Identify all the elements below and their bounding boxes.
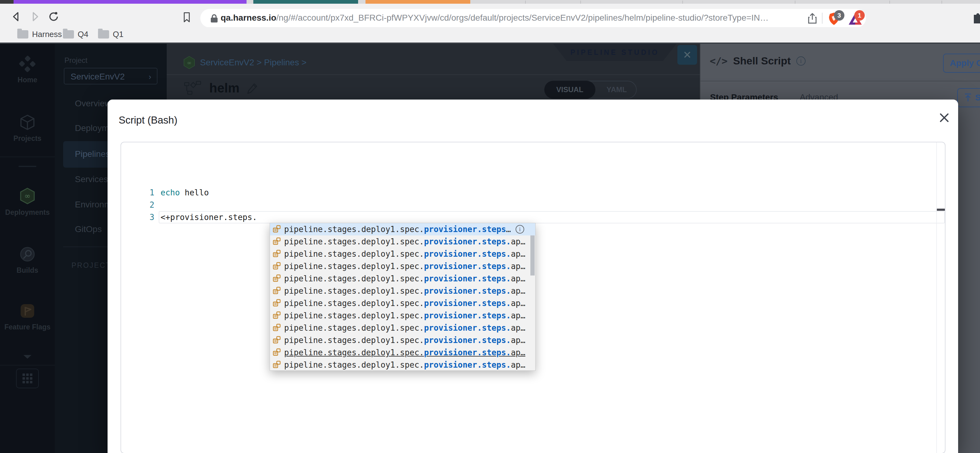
- nav-item-services[interactable]: Services: [75, 175, 108, 184]
- bookmark-label: Harness: [32, 30, 62, 39]
- breadcrumb-text: ServiceEnvV2 > Pipelines >: [200, 58, 307, 67]
- autocomplete-label: pipeline.stages.deploy1.spec.provisioner…: [284, 311, 525, 320]
- url-domain: qa.harness.io: [221, 13, 277, 22]
- step-title: Shell Script: [733, 55, 791, 67]
- autocomplete-item[interactable]: pipeline.stages.deploy1.spec.provisioner…: [270, 272, 535, 285]
- bookmark-label: Q4: [78, 30, 88, 39]
- breadcrumb[interactable]: ∞ ServiceEnvV2 > Pipelines >: [183, 56, 307, 69]
- screen: 3 1 qa.harness.io/ng/#/account/px7xd_BFR…: [0, 0, 980, 453]
- line-number: 3: [130, 211, 154, 223]
- cd-module-icon: ∞: [183, 56, 195, 69]
- tab-separator: [682, 1, 683, 4]
- back-button[interactable]: [11, 11, 22, 22]
- nav-item-pipelines[interactable]: Pipelines: [75, 149, 110, 159]
- field-icon: [272, 262, 281, 270]
- project-selector-value: ServiceEnvV2: [71, 72, 125, 82]
- pipeline-graph-icon: [184, 81, 202, 95]
- autocomplete-item[interactable]: pipeline.stages.deploy1.spec.provisioner…: [270, 260, 535, 272]
- tab-group-strip-teal: [253, 0, 358, 4]
- field-icon: [272, 237, 281, 246]
- autocomplete-item[interactable]: pipeline.stages.deploy1.spec.provisioner…: [270, 248, 535, 260]
- toggle-yaml[interactable]: YAML: [597, 81, 636, 98]
- divider: [63, 246, 108, 247]
- sidebar-item-builds[interactable]: Builds: [0, 246, 55, 275]
- autocomplete-item[interactable]: pipeline.stages.deploy1.spec.provisioner…: [270, 347, 535, 359]
- tab-separator: [525, 1, 526, 4]
- autocomplete-item[interactable]: pipeline.stages.deploy1.spec.provisioner…: [270, 297, 535, 309]
- bookmark-harness[interactable]: Harness: [17, 30, 62, 39]
- autocomplete-item[interactable]: pipeline.stages.deploy1.spec.provisioner…: [270, 235, 535, 248]
- url-path: /ng/#/account/px7xd_BFRCi-pfWPYXVjvw/cd/…: [277, 13, 769, 22]
- tab-group-strip-purple: [14, 0, 247, 4]
- bookmark-q4[interactable]: Q4: [63, 30, 88, 39]
- grid-icon: [22, 374, 32, 383]
- chevron-down-icon[interactable]: [24, 355, 32, 359]
- folder-icon: [63, 30, 74, 38]
- sidebar-item-label: Home: [0, 76, 55, 84]
- nav-footer-label: PROJECT: [72, 261, 111, 270]
- nav-item-overview[interactable]: Overview: [75, 99, 111, 108]
- extensions-puzzle-icon[interactable]: [973, 11, 980, 24]
- autocomplete-label: pipeline.stages.deploy1.spec.provisioner…: [284, 237, 525, 246]
- autocomplete-popup[interactable]: pipeline.stages.deploy1.spec.provisioner…: [270, 223, 536, 371]
- reload-button[interactable]: [48, 11, 59, 22]
- toggle-visual[interactable]: VISUAL: [544, 81, 595, 99]
- autocomplete-label: pipeline.stages.deploy1.spec.provisioner…: [284, 299, 525, 308]
- suggest-info-icon[interactable]: i: [515, 225, 524, 234]
- sidebar-item-projects[interactable]: Projects: [0, 114, 55, 143]
- bookmark-icon[interactable]: [181, 12, 192, 23]
- share-icon[interactable]: [807, 13, 817, 24]
- autocomplete-item[interactable]: pipeline.stages.deploy1.spec.provisioner…: [270, 223, 535, 235]
- field-icon: [272, 324, 281, 332]
- field-icon: [272, 311, 281, 320]
- divider: [19, 166, 37, 167]
- apply-changes-button[interactable]: Apply Ch: [943, 54, 980, 73]
- field-icon: [272, 286, 281, 295]
- module-grid-button[interactable]: [16, 369, 39, 388]
- cursor-position-marker: [937, 209, 945, 211]
- url-text[interactable]: qa.harness.io/ng/#/account/px7xd_BFRCi-p…: [221, 13, 768, 23]
- tab-separator: [942, 1, 942, 4]
- shell-script-icon: </>: [710, 55, 728, 67]
- bookmark-q1[interactable]: Q1: [98, 30, 124, 39]
- code-editor[interactable]: 1 2 3 echo hello <+provisioner.steps. pi…: [121, 142, 945, 453]
- sidebar-item-label: Feature Flags: [0, 323, 55, 331]
- field-icon: [272, 336, 281, 345]
- divider: [0, 157, 55, 157]
- autocomplete-item[interactable]: pipeline.stages.deploy1.spec.provisioner…: [270, 285, 535, 297]
- nav-item-gitops[interactable]: GitOps: [75, 224, 102, 234]
- divider: [822, 13, 822, 24]
- field-icon: [272, 299, 281, 308]
- sidebar-item-feature-flags[interactable]: Feature Flags: [0, 303, 55, 331]
- nav-item-environments[interactable]: Environm: [75, 200, 111, 210]
- dialog-close-button[interactable]: [937, 110, 952, 126]
- code-line-1: echo hello: [161, 186, 209, 199]
- bat-rewards-badge: 1: [854, 10, 865, 21]
- pipeline-name: helm: [209, 81, 239, 95]
- forward-button[interactable]: [30, 11, 41, 22]
- edit-pencil-icon[interactable]: [246, 82, 259, 94]
- autocomplete-label: pipeline.stages.deploy1.spec.provisioner…: [284, 262, 525, 271]
- autocomplete-item[interactable]: pipeline.stages.deploy1.spec.provisioner…: [270, 309, 535, 322]
- project-selector[interactable]: ServiceEnvV2 ›: [64, 68, 158, 84]
- nav-item-deployments[interactable]: Deploym: [75, 123, 109, 133]
- save-as-template-button[interactable]: S: [957, 88, 980, 107]
- window-corner: [0, 0, 14, 4]
- autocomplete-label: pipeline.stages.deploy1.spec.provisioner…: [284, 286, 525, 296]
- autocomplete-item[interactable]: pipeline.stages.deploy1.spec.provisioner…: [270, 322, 535, 334]
- field-icon: [272, 348, 281, 357]
- autocomplete-item[interactable]: pipeline.stages.deploy1.spec.provisioner…: [270, 334, 535, 347]
- builds-ci-icon: [19, 246, 36, 262]
- current-line-highlight: [159, 211, 945, 223]
- info-icon[interactable]: i: [796, 56, 806, 66]
- autocomplete-label: pipeline.stages.deploy1.spec.provisioner…: [284, 348, 525, 357]
- sidebar-item-deployments[interactable]: ∞ Deployments: [0, 188, 55, 217]
- brave-shields-badge: 3: [834, 10, 845, 21]
- sidebar-item-home[interactable]: Home: [0, 56, 55, 84]
- autocomplete-item[interactable]: pipeline.stages.deploy1.spec.provisioner…: [270, 359, 535, 371]
- plain-token: hello: [180, 188, 209, 197]
- studio-close-button[interactable]: ✕: [678, 45, 697, 65]
- overview-ruler: [936, 142, 937, 453]
- tab-separator: [889, 1, 890, 4]
- pipeline-studio-label: PIPELINE STUDIO: [570, 48, 659, 57]
